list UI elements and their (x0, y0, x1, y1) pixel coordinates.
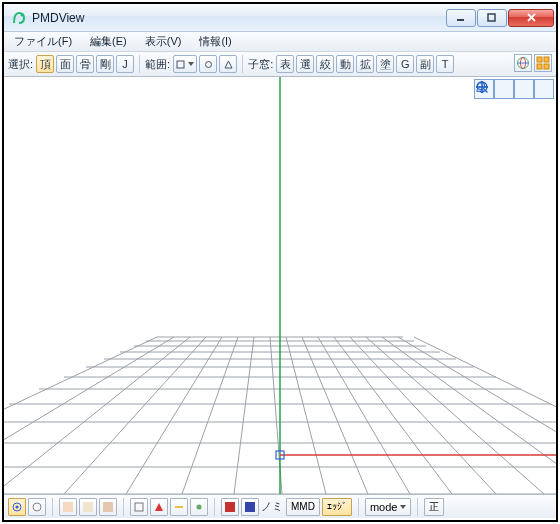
dropdown-icon (188, 62, 194, 66)
separator (123, 498, 124, 516)
svg-rect-48 (83, 502, 93, 512)
child-paint-button[interactable]: 塗 (376, 55, 394, 73)
menu-view[interactable]: 表示(V) (141, 32, 186, 51)
child-sub-button[interactable]: 副 (416, 55, 434, 73)
separator (417, 498, 418, 516)
color-swatch-2[interactable] (79, 498, 97, 516)
separator (139, 55, 140, 73)
select-rigid-button[interactable]: 剛 (96, 55, 114, 73)
quad-view-button[interactable] (534, 54, 552, 72)
separator (242, 55, 243, 73)
svg-rect-9 (544, 57, 549, 62)
view-controls (474, 79, 554, 99)
child-narrow-button[interactable]: 絞 (316, 55, 334, 73)
status-bar: ノミ MMD ｴｯｼﾞ mode 正 (4, 494, 556, 518)
separator (52, 498, 53, 516)
menu-edit[interactable]: 編集(E) (86, 32, 131, 51)
color-swatch-3[interactable] (99, 498, 117, 516)
svg-line-41 (414, 337, 556, 494)
svg-line-26 (4, 337, 174, 494)
maximize-button[interactable] (477, 9, 507, 27)
svg-rect-50 (135, 503, 143, 511)
svg-point-45 (15, 505, 18, 508)
color-swatch-1[interactable] (59, 498, 77, 516)
svg-rect-10 (537, 64, 542, 69)
svg-rect-53 (225, 502, 235, 512)
svg-line-37 (350, 337, 496, 494)
display-circle-button[interactable] (28, 498, 46, 516)
svg-line-29 (126, 337, 222, 494)
display-point-button[interactable] (8, 498, 26, 516)
child-t-button[interactable]: T (436, 55, 454, 73)
svg-rect-47 (63, 502, 73, 512)
svg-rect-8 (537, 57, 542, 62)
range-label: 範囲: (145, 57, 170, 72)
svg-rect-2 (488, 14, 495, 21)
minimize-button[interactable] (446, 9, 476, 27)
svg-point-52 (197, 504, 202, 509)
close-button[interactable] (508, 9, 554, 27)
child-expression-button[interactable]: 表 (276, 55, 294, 73)
edge-button[interactable]: ｴｯｼﾞ (322, 498, 352, 516)
svg-line-34 (302, 337, 368, 494)
svg-point-46 (33, 503, 41, 511)
svg-rect-3 (177, 61, 184, 68)
svg-line-31 (234, 337, 254, 494)
toolbar: 選択: 頂 面 骨 剛 J 範囲: 子窓: 表 選 絞 動 拡 塗 G 副 T (4, 52, 556, 77)
range-circle-button[interactable] (199, 55, 217, 73)
svg-point-0 (21, 13, 24, 16)
separator (214, 498, 215, 516)
mode-dropdown[interactable]: mode (365, 498, 412, 516)
window-title: PMDView (32, 11, 445, 25)
menu-file[interactable]: ファイル(F) (10, 32, 76, 51)
ortho-button[interactable]: 正 (424, 498, 444, 516)
separator (358, 498, 359, 516)
app-icon (11, 10, 27, 26)
svg-line-27 (4, 337, 190, 494)
svg-line-35 (318, 337, 410, 494)
rotate-button[interactable] (534, 79, 554, 99)
child-move-button[interactable]: 動 (336, 55, 354, 73)
svg-rect-54 (245, 502, 255, 512)
viewport-3d[interactable] (4, 77, 556, 494)
menu-bar: ファイル(F) 編集(E) 表示(V) 情報(I) (4, 32, 556, 52)
shape-line-button[interactable] (170, 498, 188, 516)
svg-line-33 (286, 337, 326, 494)
dropdown-icon (400, 505, 406, 509)
select-face-button[interactable]: 面 (56, 55, 74, 73)
mode-label: mode (370, 501, 398, 513)
fill-blue-button[interactable] (241, 498, 259, 516)
select-vertex-button[interactable]: 頂 (36, 55, 54, 73)
mmd-button[interactable]: MMD (286, 498, 320, 516)
menu-info[interactable]: 情報(I) (195, 32, 235, 51)
zoom-button[interactable] (514, 79, 534, 99)
nomi-label: ノミ (261, 499, 283, 514)
move-xy-button[interactable] (494, 79, 514, 99)
shape-triangle-button[interactable] (150, 498, 168, 516)
svg-rect-11 (544, 64, 549, 69)
svg-line-40 (398, 337, 556, 494)
child-expand-button[interactable]: 拡 (356, 55, 374, 73)
select-joint-button[interactable]: J (116, 55, 134, 73)
child-window-label: 子窓: (248, 57, 273, 72)
fill-red-button[interactable] (221, 498, 239, 516)
child-select-button[interactable]: 選 (296, 55, 314, 73)
globe-icon-button[interactable] (514, 54, 532, 72)
child-g-button[interactable]: G (396, 55, 414, 73)
svg-line-30 (182, 337, 238, 494)
svg-rect-49 (103, 502, 113, 512)
select-bone-button[interactable]: 骨 (76, 55, 94, 73)
range-triangle-button[interactable] (219, 55, 237, 73)
title-bar: PMDView (4, 4, 556, 32)
svg-point-4 (205, 61, 211, 67)
range-square-button[interactable] (173, 55, 197, 73)
shape-dot-button[interactable] (190, 498, 208, 516)
shape-square-button[interactable] (130, 498, 148, 516)
select-label: 選択: (8, 57, 33, 72)
